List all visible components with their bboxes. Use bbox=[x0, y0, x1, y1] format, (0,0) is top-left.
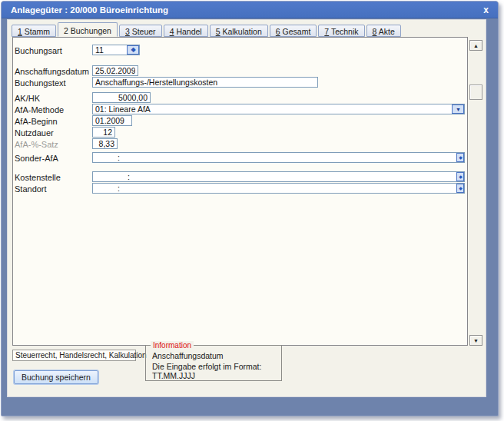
akhk-field[interactable] bbox=[92, 92, 151, 103]
tab-gesamt[interactable]: 6 Gesamt bbox=[270, 25, 317, 37]
nutzdauer-label: Nutzdauer bbox=[15, 128, 54, 138]
buchungsart-label: Buchungsart bbox=[15, 46, 62, 55]
status-field: Steuerrecht, Handelsrecht, Kalkulation bbox=[12, 350, 136, 361]
title-bar[interactable]: Anlagegüter : 20/000 Büroeinrichtung x bbox=[2, 2, 498, 18]
row-buchungsart: Buchungsart 11 ◆ bbox=[15, 45, 465, 55]
tab-akte[interactable]: 8 Akte bbox=[366, 25, 401, 37]
scrollbar-up-button[interactable]: ▲ bbox=[469, 40, 482, 51]
afa-methode-dropdown-arrow-icon[interactable]: ▼ bbox=[452, 104, 464, 114]
row-buchungstext: Buchungstext bbox=[15, 77, 465, 88]
tab-steuer[interactable]: 3 Steuer bbox=[119, 25, 162, 37]
tab-kalkulation[interactable]: 5 Kalkulation bbox=[210, 25, 268, 37]
buchungsart-spinner-icon[interactable]: ◆ bbox=[127, 45, 139, 55]
standort-value: : bbox=[93, 184, 456, 193]
row-nutzdauer: Nutzdauer bbox=[15, 127, 465, 138]
akhk-label: AK/HK bbox=[15, 94, 40, 103]
kostenstelle-value: : bbox=[93, 172, 456, 181]
row-afa-beginn: AfA-Beginn bbox=[15, 115, 465, 126]
close-icon[interactable]: x bbox=[483, 5, 489, 15]
anschaffungsdatum-label: Anschaffungsdatum bbox=[15, 67, 89, 76]
afa-beginn-field[interactable] bbox=[92, 115, 132, 126]
anschaffungsdatum-field[interactable] bbox=[92, 65, 138, 76]
afa-satz-label: AfA-%-Satz bbox=[15, 140, 58, 149]
information-title: Information bbox=[151, 341, 194, 350]
row-afa-methode: AfA-Methode 01: Lineare AfA ▼ bbox=[15, 104, 465, 114]
buchungstext-field[interactable] bbox=[92, 77, 318, 88]
buchungstext-label: Buchungstext bbox=[15, 78, 66, 88]
scroll-down-icon: ▼ bbox=[473, 338, 479, 343]
row-kostenstelle: Kostenstelle : ◆ bbox=[15, 171, 465, 182]
save-booking-button[interactable]: Buchung speichern bbox=[14, 370, 98, 384]
booking-form: Buchungsart 11 ◆ Anschaffungsdatum Buchu… bbox=[12, 37, 468, 346]
afa-beginn-label: AfA-Beginn bbox=[15, 117, 58, 126]
nutzdauer-field[interactable] bbox=[92, 127, 115, 138]
afa-methode-value: 01: Lineare AfA bbox=[93, 104, 452, 114]
tab-label: Kalkulation bbox=[220, 27, 262, 36]
sonder-afa-value: : bbox=[93, 153, 456, 162]
information-line1: Anschaffungsdatum bbox=[152, 351, 224, 360]
kostenstelle-label: Kostenstelle bbox=[15, 173, 61, 182]
window-title: Anlagegüter : 20/000 Büroeinrichtung bbox=[11, 5, 168, 15]
afa-satz-field[interactable] bbox=[92, 138, 118, 149]
tab-bar: 1 Stamm 2 Buchungen 3 Steuer 4 Handel 5 … bbox=[12, 22, 403, 37]
tab-handel[interactable]: 4 Handel bbox=[164, 25, 208, 37]
information-groupbox: Information Anschaffungsdatum Die Eingab… bbox=[145, 345, 282, 381]
scroll-up-icon: ▲ bbox=[473, 43, 479, 48]
row-sonder-afa: Sonder-AfA : ◆ bbox=[15, 152, 465, 163]
buchungsart-value: 11 bbox=[93, 45, 127, 55]
tab-label: Steuer bbox=[130, 27, 156, 36]
kostenstelle-spinner-icon[interactable]: ◆ bbox=[456, 172, 464, 181]
tab-technik[interactable]: 7 Technik bbox=[318, 25, 364, 37]
tab-label: Technik bbox=[329, 27, 358, 36]
row-afa-satz: AfA-%-Satz bbox=[15, 138, 465, 149]
row-akhk: AK/HK bbox=[15, 92, 465, 103]
scrollbar-thumb[interactable] bbox=[469, 85, 482, 100]
tab-label: Akte bbox=[376, 27, 394, 36]
row-standort: Standort : ◆ bbox=[15, 183, 465, 194]
tab-stamm[interactable]: 1 Stamm bbox=[12, 25, 56, 37]
standort-spinner-icon[interactable]: ◆ bbox=[456, 184, 464, 193]
app-window: Anlagegüter : 20/000 Büroeinrichtung x 1… bbox=[1, 1, 499, 416]
tab-label: Gesamt bbox=[280, 27, 311, 36]
tab-label: Buchungen bbox=[68, 26, 111, 35]
content-panel: 1 Stamm 2 Buchungen 3 Steuer 4 Handel 5 … bbox=[7, 19, 486, 397]
standort-combobox[interactable]: : ◆ bbox=[92, 183, 465, 194]
information-line2: Die Eingabe erfolgt im Format: TT.MM.JJJ… bbox=[152, 362, 281, 380]
row-anschaffungsdatum: Anschaffungsdatum bbox=[15, 65, 465, 76]
tab-buchungen[interactable]: 2 Buchungen bbox=[58, 22, 118, 37]
afa-methode-dropdown[interactable]: 01: Lineare AfA ▼ bbox=[92, 104, 465, 114]
sonder-afa-combobox[interactable]: : ◆ bbox=[92, 152, 465, 163]
tab-label: Handel bbox=[174, 27, 201, 36]
tab-label: Stamm bbox=[22, 27, 50, 36]
afa-methode-label: AfA-Methode bbox=[15, 105, 64, 114]
standort-label: Standort bbox=[15, 184, 47, 194]
sonder-afa-label: Sonder-AfA bbox=[15, 154, 58, 163]
sonder-afa-spinner-icon[interactable]: ◆ bbox=[456, 153, 464, 162]
kostenstelle-combobox[interactable]: : ◆ bbox=[92, 171, 465, 182]
scrollbar-down-button[interactable]: ▼ bbox=[469, 335, 482, 346]
buchungsart-combobox[interactable]: 11 ◆ bbox=[92, 45, 140, 55]
